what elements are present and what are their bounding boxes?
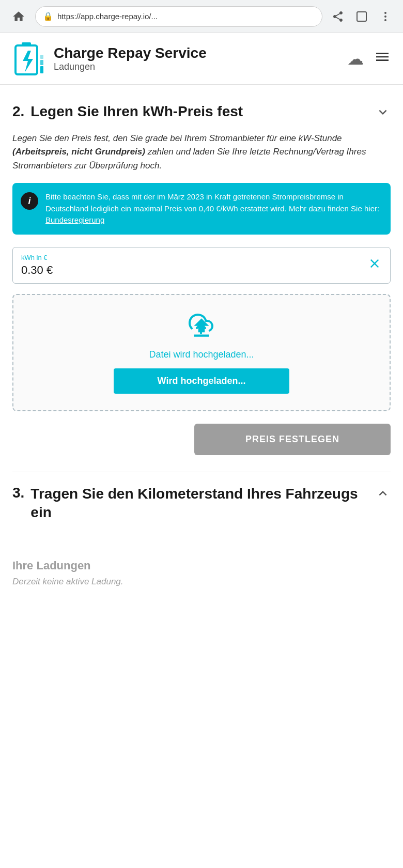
submit-btn-container: PREIS FESTLEGEN [12, 424, 391, 455]
lock-icon: 🔒 [43, 11, 53, 21]
section-divider [12, 472, 391, 472]
info-icon: i [21, 192, 38, 210]
cloud-icon: ☁ [347, 49, 364, 69]
browser-url-bar[interactable]: 🔒 https://app.charge-repay.io/... [35, 6, 322, 27]
hamburger-menu-icon[interactable] [374, 49, 391, 69]
section-2-chevron[interactable] [375, 104, 391, 123]
price-input-inner: kWh in € 0.30 € [21, 254, 53, 277]
share-button[interactable] [329, 7, 347, 26]
info-text: Bitte beachten Sie, dass mit der im März… [45, 191, 382, 226]
app-header: Charge Repay Service Ladungen ☁ [0, 33, 403, 85]
app-title-block: Charge Repay Service Ladungen [54, 45, 207, 72]
ladungen-title: Ihre Ladungen [12, 559, 391, 572]
upload-loading-bar: Wird hochgeladen... [114, 368, 289, 394]
section-3: 3. Tragen Sie den Kilometerstand Ihres F… [12, 476, 391, 531]
svg-point-1 [384, 12, 386, 14]
svg-marker-6 [23, 51, 33, 72]
section-2-title-text: Legen Sie Ihren kWh-Preis fest [30, 103, 243, 120]
tab-button[interactable] [352, 7, 371, 26]
info-box: i Bitte beachten Sie, dass mit der im Mä… [12, 183, 391, 235]
svg-rect-7 [40, 66, 43, 73]
app-subtitle: Ladungen [54, 61, 207, 72]
upload-area[interactable]: Datei wird hochgeladen... Wird hochgelad… [12, 294, 391, 411]
svg-rect-8 [40, 60, 43, 65]
browser-home-button[interactable] [8, 6, 29, 27]
section-3-title-text: Tragen Sie den Kilometerstand Ihres Fahr… [30, 485, 375, 522]
svg-rect-5 [22, 42, 31, 47]
section-3-chevron[interactable] [375, 486, 391, 505]
section-3-title: 3. Tragen Sie den Kilometerstand Ihres F… [12, 485, 375, 522]
app-header-left: Charge Repay Service Ladungen [12, 40, 207, 78]
section-2-description: Legen Sie den Preis fest, den Sie grade … [12, 132, 391, 173]
app-title: Charge Repay Service [54, 45, 207, 61]
section-2-number: 2. [12, 103, 24, 120]
price-value[interactable]: 0.30 € [21, 264, 53, 277]
app-header-right: ☁ [347, 49, 391, 69]
app-logo [12, 40, 45, 78]
price-label: kWh in € [21, 254, 53, 261]
more-button[interactable] [376, 7, 395, 26]
upload-text: Datei wird hochgeladen... [149, 349, 254, 360]
browser-actions [329, 7, 395, 26]
svg-rect-0 [357, 12, 366, 21]
main-content: 2. Legen Sie Ihren kWh-Preis fest Legen … [0, 85, 403, 597]
svg-point-3 [384, 19, 386, 21]
browser-chrome: 🔒 https://app.charge-repay.io/... [0, 0, 403, 33]
browser-url-text: https://app.charge-repay.io/... [57, 12, 158, 21]
ladungen-section: Ihre Ladungen Derzeit keine aktive Ladun… [12, 551, 391, 587]
section-2-title: 2. Legen Sie Ihren kWh-Preis fest [12, 103, 243, 120]
svg-rect-9 [40, 55, 43, 59]
svg-point-2 [384, 16, 386, 18]
bundesregierung-link[interactable]: Bundesregierung [45, 215, 104, 224]
upload-icon [189, 312, 214, 341]
price-input-container: kWh in € 0.30 € [12, 247, 391, 284]
price-clear-button[interactable] [367, 256, 382, 274]
submit-button[interactable]: PREIS FESTLEGEN [194, 424, 391, 455]
section-3-number: 3. [12, 485, 24, 522]
section-2-header[interactable]: 2. Legen Sie Ihren kWh-Preis fest [12, 95, 391, 132]
section-3-header[interactable]: 3. Tragen Sie den Kilometerstand Ihres F… [12, 476, 391, 531]
ladungen-empty-text: Derzeit keine aktive Ladung. [12, 577, 391, 587]
section-2: 2. Legen Sie Ihren kWh-Preis fest Legen … [12, 95, 391, 455]
